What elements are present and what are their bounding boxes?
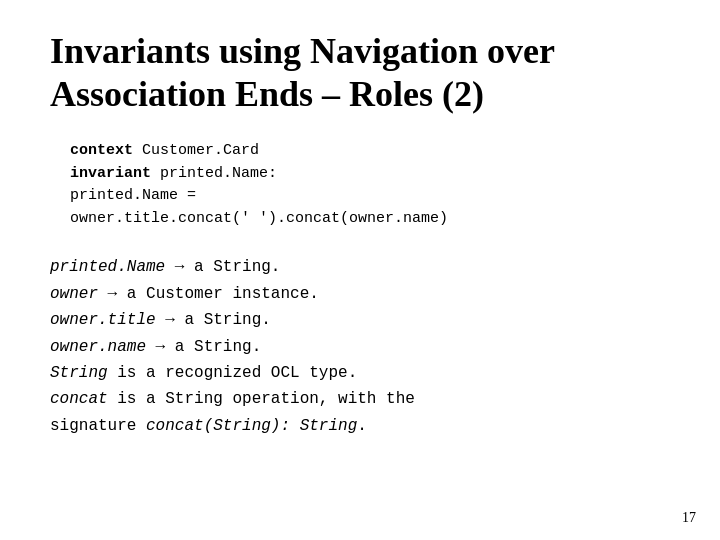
body-printed-name: printed.Name (50, 258, 165, 276)
slide: Invariants using Navigation over Associa… (0, 0, 720, 540)
slide-title: Invariants using Navigation over Associa… (50, 30, 670, 116)
body-line-2-rest: → a Customer instance. (98, 285, 319, 303)
body-line-1: printed.Name → a String. (50, 254, 670, 280)
body-line-7-prefix: signature (50, 417, 146, 435)
page-number: 17 (682, 510, 696, 526)
body-line-4: owner.name → a String. (50, 334, 670, 360)
body-text: printed.Name → a String. owner → a Custo… (50, 254, 670, 439)
code-line-1: context Customer.Card (70, 140, 670, 163)
code-customercard: Customer.Card (133, 142, 259, 159)
body-line-5: String is a recognized OCL type. (50, 360, 670, 386)
code-printedname-label: printed.Name: (151, 165, 277, 182)
body-line-6: concat is a String operation, with the (50, 386, 670, 412)
body-line-3-rest: → a String. (156, 311, 271, 329)
body-owner: owner (50, 285, 98, 303)
body-line-7-end: . (357, 417, 367, 435)
code-block: context Customer.Card invariant printed.… (70, 140, 670, 230)
body-concat: concat (50, 390, 108, 408)
body-line-5-rest: is a recognized OCL type. (108, 364, 358, 382)
code-line-2: invariant printed.Name: (70, 163, 670, 186)
keyword-invariant: invariant (70, 165, 151, 182)
body-owner-name: owner.name (50, 338, 146, 356)
body-line-3: owner.title → a String. (50, 307, 670, 333)
body-line-1-rest: → a String. (165, 258, 280, 276)
body-line-4-rest: → a String. (146, 338, 261, 356)
body-string: String (50, 364, 108, 382)
code-line-4: owner.title.concat(' ').concat(owner.nam… (70, 208, 670, 231)
body-line-2: owner → a Customer instance. (50, 281, 670, 307)
body-owner-title: owner.title (50, 311, 156, 329)
keyword-context: context (70, 142, 133, 159)
body-line-7: signature concat(String): String. (50, 413, 670, 439)
body-concat-signature: concat(String): String (146, 417, 357, 435)
code-line-3: printed.Name = (70, 185, 670, 208)
body-line-6-rest: is a String operation, with the (108, 390, 415, 408)
